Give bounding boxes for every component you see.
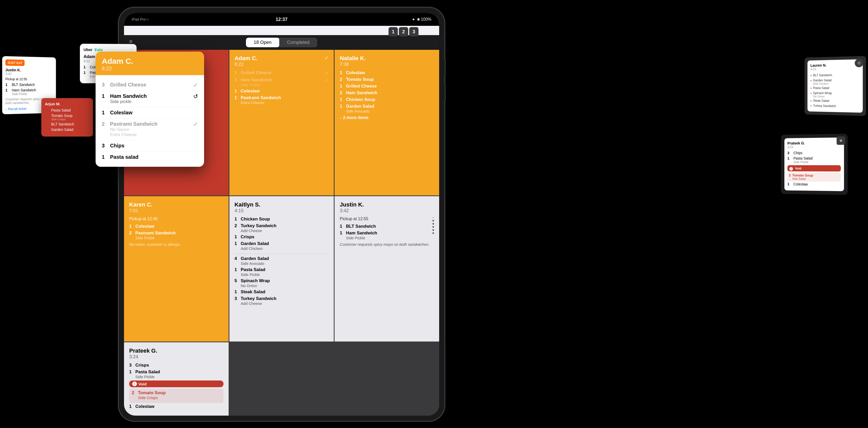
dot-4 xyxy=(432,226,434,228)
pastrami-check: ✓ xyxy=(193,121,198,128)
arjun-mini-card: Arjun M. Pasta Salad Tomato SoupSide Cri… xyxy=(41,98,93,137)
justin-pickup: Pickup at 12:55 xyxy=(340,217,434,221)
justin-note: Customer requests spicy mayo on both san… xyxy=(340,242,434,246)
natalie-more[interactable]: ↓ 2 more items xyxy=(340,116,434,120)
natalie-item-2: 2 Tomato Soup xyxy=(340,77,434,82)
overlay-item-ham[interactable]: 1 Ham Sandwich Side pickle ↺ xyxy=(102,91,198,107)
ticket-justin[interactable]: Justin K. 3:42 Pickup at 12:55 1 BLT San… xyxy=(335,196,439,342)
adam-item-coleslaw: 1 Coleslaw xyxy=(235,89,329,94)
prateek-item-2: 1 Pasta Salad Side Pickle xyxy=(129,369,223,379)
hamburger-menu-icon[interactable]: ≡ xyxy=(129,38,132,45)
natalie-name: Natalie K. xyxy=(340,55,366,62)
ticket-kaitlyn[interactable]: Kaitlyn S. 4:15 1 Chicken Soup 2 Turke xyxy=(229,196,334,342)
void-badge-prateek: ! Void xyxy=(129,381,223,387)
battery-indicator: ■ 100% xyxy=(417,17,431,22)
prateek-right-name: Prateek G. xyxy=(787,141,841,145)
tab-indicators: 1 2 3 xyxy=(389,27,418,36)
justeat-item-1: 1 BLT Sandwich xyxy=(5,83,53,87)
natalie-item-1: 1 Coleslaw xyxy=(340,70,434,75)
adam-item-pastrami: 1 Pastrami Sandwich Extra Cheese xyxy=(235,95,329,105)
adam-name: Adam C. xyxy=(235,55,257,62)
justin-item-2: 1 Ham Sandwich Side Pickle xyxy=(340,231,434,240)
adam-item-ham: 1 Ham Sandwich Side Pickle ✓ xyxy=(235,77,329,87)
justeat-card-name: Justin K. xyxy=(5,68,53,73)
kaitlyn-item-1: 1 Chicken Soup xyxy=(235,217,329,222)
overlay-header: Adam C. 8:22 xyxy=(96,52,204,75)
adam-check: ✓ xyxy=(325,55,329,61)
overlay-name: Adam C. xyxy=(102,57,198,66)
justeat-card-time: 3:42 xyxy=(5,72,53,76)
natalie-item-3: 1 Grilled Cheese xyxy=(340,84,434,89)
dot-5 xyxy=(432,229,434,231)
adam-time: 8:22 xyxy=(235,62,257,67)
prateek-void-item: 2 Tomato Soup Side Crisps xyxy=(129,389,223,403)
justeat-pickup: Pickup at 12:55 xyxy=(5,77,53,81)
natalie-item-5: 1 Chicken Soup xyxy=(340,97,434,102)
dot-6 xyxy=(432,232,434,234)
prateek-right-inner: Prateek G. 3:24 3 Chips 1 Pasta Salad Si… xyxy=(784,137,844,191)
karen-item-1: 1 Coleslaw xyxy=(129,224,223,229)
natalie-time: 7:38 xyxy=(340,62,366,67)
settings-icon[interactable]: ⚙ xyxy=(855,59,863,67)
natalie-item-4: 2 Ham Sandwich xyxy=(340,90,434,96)
top-nav: 18 Open Completed xyxy=(124,35,439,50)
prateek-right-card: ■ Prateek G. 3:24 3 Chips 1 Pasta Salad … xyxy=(781,134,848,195)
completed-tab-btn[interactable]: Completed xyxy=(279,38,317,47)
overlay-item-grilled[interactable]: 3 Grilled Cheese ✓ xyxy=(102,79,198,91)
dot-2 xyxy=(432,220,434,222)
overlay-dropdown-card[interactable]: Adam C. 8:22 3 Grilled Cheese ✓ 1 Ham Sa… xyxy=(96,52,204,167)
prateek-name: Prateek G. xyxy=(129,348,157,354)
justin-time: 3:42 xyxy=(340,208,364,213)
overlay-item-chips[interactable]: 3 Chips xyxy=(102,140,198,152)
prateek-right-voided-item: 2 Tomato Soup Side Salad xyxy=(787,172,841,182)
kaitlyn-time: 4:15 xyxy=(235,208,260,213)
justin-name: Justin K. xyxy=(340,201,364,208)
ham-undo-icon[interactable]: ↺ xyxy=(193,93,198,100)
karen-item-2: 2 Pastrami Sandwich Side Pickle xyxy=(129,231,223,240)
overlay-item-pastrami[interactable]: 2 Pastrami Sandwich No Sauce Extra Chees… xyxy=(102,119,198,140)
page-dots xyxy=(432,217,434,234)
bluetooth-icon: ✦ xyxy=(412,17,415,22)
status-time: 12:37 xyxy=(276,17,287,22)
adam-item-grilled: 1 Grilled Cheese ✓ xyxy=(235,70,329,76)
prateek-item-3: 1 Coleslaw xyxy=(129,404,223,409)
karen-name: Karen C. xyxy=(129,201,152,208)
arjun-mini-items: Pasta Salad Tomato SoupSide Crisps BLT S… xyxy=(45,108,89,132)
tab-2[interactable]: 2 xyxy=(399,27,408,36)
prateek-right-void: ! Void xyxy=(787,165,841,171)
natalie-item-6: 1 Garden Salad Side Avocado xyxy=(340,104,434,113)
kaitlyn-item-3: 1 Crisps xyxy=(235,234,329,239)
justeat-badge: JUST EAT xyxy=(7,61,23,65)
grilled-check: ✓ xyxy=(193,82,198,89)
ticket-natalie[interactable]: Natalie K. 7:38 1 Coleslaw 2 Tomato So xyxy=(335,50,439,195)
karen-pickup: Pickup at 12:45 xyxy=(129,217,223,221)
square-icon[interactable]: ■ xyxy=(837,136,845,145)
kaitlyn-item-2: 2 Turkey Sandwich Add Cheese xyxy=(235,223,329,233)
prateek-right-time: 3:24 xyxy=(787,145,841,149)
arjun-mini-name: Arjun M. xyxy=(45,102,89,106)
overlay-item-pasta[interactable]: 1 Pasta salad xyxy=(102,152,198,163)
kaitlyn-name: Kaitlyn S. xyxy=(235,201,260,208)
ticket-adam[interactable]: Adam C. 8:22 ✓ 1 Grilled Cheese ✓ 1 xyxy=(229,50,334,195)
ipad-model-label: iPad Pro ≈ xyxy=(132,17,149,22)
overlay-item-coleslaw[interactable]: 1 Coleslaw xyxy=(102,107,198,119)
karen-note: No onion, customer is allergic. xyxy=(129,242,223,246)
tab-1[interactable]: 1 xyxy=(389,27,398,36)
karen-time: 7:01 xyxy=(129,208,152,213)
dot-1 xyxy=(432,217,434,219)
ticket-karen[interactable]: Karen C. 7:01 Pickup at 12:45 1 Coleslaw… xyxy=(124,196,228,342)
open-tab-btn[interactable]: 18 Open xyxy=(246,38,279,47)
tab-3[interactable]: 3 xyxy=(409,27,418,36)
prateek-item-1: 3 Crisps xyxy=(129,363,223,368)
prateek-time: 3:24 xyxy=(129,354,157,360)
lauren-outer-card: ⚙ Lauren N. 4:10 •BLT Sandwich •Garden S… xyxy=(804,56,866,116)
overlay-time: 8:22 xyxy=(102,66,198,71)
kaitlyn-item-4: 1 Garden Salad Add Chicken xyxy=(235,241,329,251)
adam-overflow-items: 4 Garden Salad Side Avocado 1 Pasta Sala… xyxy=(235,254,329,306)
dot-3 xyxy=(432,223,434,225)
lauren-card: Lauren N. 4:10 •BLT Sandwich •Garden Sal… xyxy=(808,59,863,112)
ipad-status-bar: iPad Pro ≈ 12:37 ✦ ■ 100% xyxy=(124,13,439,26)
justin-item-1: 1 BLT Sandwich xyxy=(340,224,434,229)
ticket-prateek[interactable]: Prateek G. 3:24 3 Crisps 1 Pasta Salad xyxy=(124,342,228,416)
nav-segment: 18 Open Completed xyxy=(246,38,317,47)
